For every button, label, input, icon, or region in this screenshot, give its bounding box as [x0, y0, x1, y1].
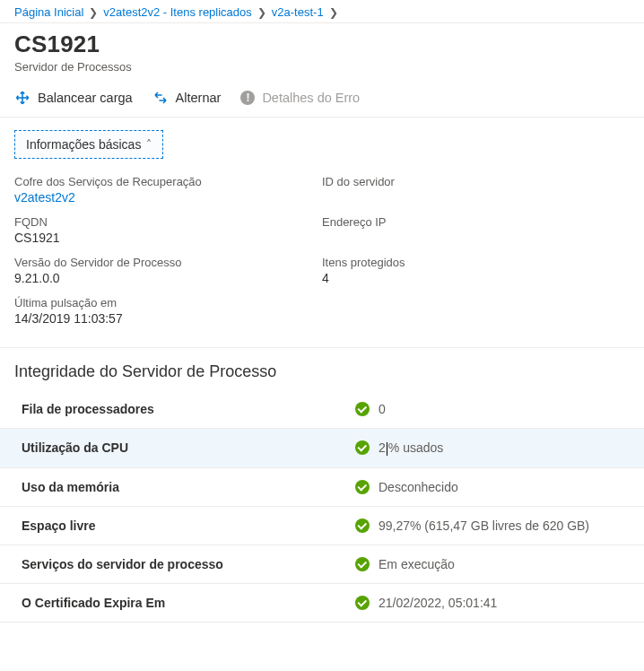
health-label: O Certificado Expira Em: [22, 596, 355, 610]
breadcrumb-tail[interactable]: v2a-test-1: [272, 5, 324, 19]
chevron-right-icon: ❯: [257, 6, 266, 19]
health-value: 21/02/2022, 05:01:41: [379, 596, 497, 610]
health-row-cpu: Utilização da CPU 2% usados: [0, 429, 644, 468]
ip-label: Endereço IP: [322, 215, 630, 229]
health-label: Espaço livre: [22, 518, 355, 533]
health-title: Integridade do Servidor de Processo: [0, 348, 644, 390]
protected-value: 4: [322, 271, 630, 285]
health-value: 99,27% (615,47 GB livres de 620 GB): [379, 518, 589, 533]
health-row-freespace: Espaço livre 99,27% (615,47 GB livres de…: [0, 507, 644, 545]
info-icon: !: [240, 91, 255, 105]
switch-icon: [152, 90, 169, 106]
error-details-label: Detalhes do Erro: [262, 91, 360, 105]
fqdn-value: CS1921: [14, 231, 322, 245]
health-label: Utilização da CPU: [22, 440, 355, 455]
switch-button[interactable]: Alternar: [152, 90, 222, 106]
server-id-label: ID do servidor: [322, 175, 630, 188]
breadcrumb-intermediate[interactable]: v2atest2v2 - Itens replicados: [103, 5, 251, 19]
status-ok-icon: [355, 480, 370, 494]
fqdn-label: FQDN: [14, 215, 322, 229]
health-label: Fila de processadores: [22, 402, 355, 416]
status-ok-icon: [355, 596, 370, 610]
health-value: 2% usados: [379, 440, 443, 456]
page-subtitle: Servidor de Processos: [14, 60, 630, 74]
balance-load-label: Balancear carga: [38, 91, 133, 105]
vault-label: Cofre dos Serviços de Recuperação: [14, 175, 322, 188]
balance-icon: [14, 90, 30, 106]
version-value: 9.21.0.0: [14, 271, 322, 285]
header: CS1921 Servidor de Processos: [0, 23, 644, 83]
protected-label: Itens protegidos: [322, 256, 630, 269]
health-row-queue: Fila de processadores 0: [0, 390, 644, 429]
status-ok-icon: [355, 557, 370, 571]
chevron-right-icon: ❯: [329, 6, 338, 19]
chevron-right-icon: ❯: [89, 6, 98, 19]
health-list: Fila de processadores 0 Utilização da CP…: [0, 390, 644, 623]
heartbeat-value: 14/3/2019 11:03:57: [14, 311, 322, 326]
heartbeat-label: Última pulsação em: [14, 296, 322, 309]
health-label: Serviços do servidor de processo: [22, 557, 355, 571]
health-row-memory: Uso da memória Desconhecido: [0, 468, 644, 507]
error-details-button: ! Detalhes do Erro: [240, 91, 360, 105]
breadcrumb: Página Inicial ❯ v2atest2v2 - Itens repl…: [0, 0, 644, 23]
health-value: Em execução: [379, 557, 455, 571]
toolbar: Balancear carga Alternar ! Detalhes do E…: [0, 83, 644, 118]
chevron-up-icon: ˄: [146, 138, 152, 151]
status-ok-icon: [355, 440, 370, 455]
balance-load-button[interactable]: Balancear carga: [14, 90, 133, 106]
health-label: Uso da memória: [22, 480, 355, 494]
switch-label: Alternar: [176, 91, 222, 105]
basic-info-label: Informações básicas: [26, 137, 141, 152]
basic-info-toggle[interactable]: Informações básicas ˄: [14, 130, 163, 159]
health-value: 0: [379, 402, 386, 416]
status-ok-icon: [355, 518, 370, 533]
version-label: Versão do Servidor de Processo: [14, 256, 322, 269]
text-caret: [387, 442, 387, 456]
health-row-services: Serviços do servidor de processo Em exec…: [0, 545, 644, 584]
breadcrumb-home[interactable]: Página Inicial: [14, 5, 83, 19]
health-value: Desconhecido: [379, 480, 458, 494]
health-row-cert: O Certificado Expira Em 21/02/2022, 05:0…: [0, 584, 644, 623]
status-ok-icon: [355, 402, 370, 416]
vault-value[interactable]: v2atest2v2: [14, 190, 322, 205]
basic-info-panel: Cofre dos Serviços de Recuperação v2ates…: [0, 162, 644, 347]
page-title: CS1921: [14, 30, 630, 58]
